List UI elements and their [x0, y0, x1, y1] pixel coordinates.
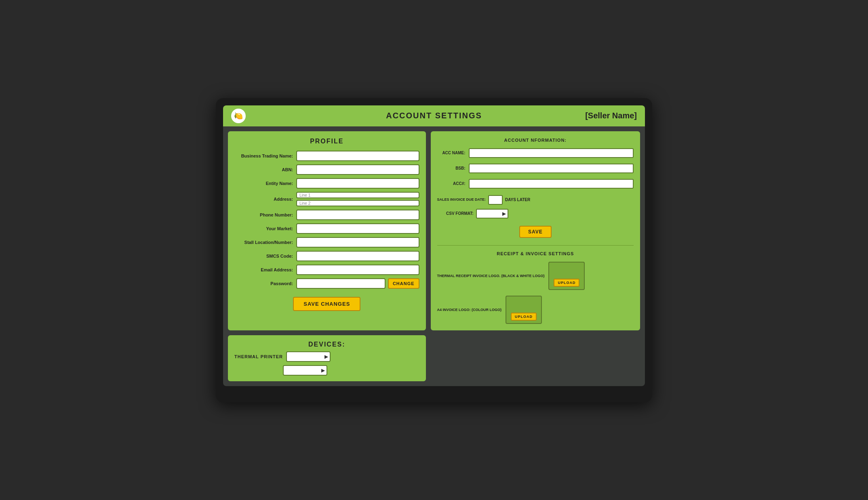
account-info-title: ACCOUNT NFORMATION: — [437, 138, 634, 143]
devices-title: DEVICES: — [234, 341, 419, 348]
thermal-printer-label: THERMAL PRINTER — [234, 354, 283, 359]
phone-input[interactable] — [296, 210, 419, 220]
bsb-row: BSB: — [437, 164, 634, 173]
acc-name-input[interactable] — [469, 148, 634, 158]
a4-upload-button[interactable]: UPLOAD — [511, 313, 537, 321]
thermal-printer-row: THERMAL PRINTER ▶ — [234, 351, 419, 362]
entity-name-row: Entity Name: — [234, 178, 419, 189]
acc-name-row: ACC NAME: — [437, 148, 634, 158]
header: 🍋 ACCOUNT SETTINGS [Seller Name] — [223, 105, 645, 126]
password-input[interactable] — [296, 278, 386, 289]
profile-panel: PROFILE Business Trading Name: ABN: Enti… — [228, 131, 426, 330]
seller-name: [Seller Name] — [585, 111, 637, 120]
market-input[interactable] — [296, 223, 419, 234]
device-select-2[interactable]: ▶ — [283, 365, 327, 376]
market-row: Your Market: — [234, 223, 419, 234]
bsb-input[interactable] — [469, 164, 634, 173]
bottom-row: DEVICES: THERMAL PRINTER ▶ ▶ — [223, 335, 645, 386]
laptop-frame: 🍋 ACCOUNT SETTINGS [Seller Name] PROFILE… — [216, 98, 652, 402]
thermal-printer-select[interactable]: ▶ — [286, 351, 331, 362]
thermal-receipt-row: THERMAL RECEIPT INVOICE LOGO. (BLACK & W… — [437, 262, 634, 290]
entity-name-label: Entity Name: — [234, 181, 293, 186]
csv-label: CSV FORMAT: — [437, 211, 474, 216]
divider — [437, 245, 634, 246]
profile-title: PROFILE — [234, 138, 419, 145]
address-group — [296, 192, 419, 206]
abn-input[interactable] — [296, 164, 419, 175]
business-name-label: Business Trading Name: — [234, 153, 293, 158]
address-line2-input[interactable] — [296, 200, 419, 206]
save-account-button[interactable]: SAVE — [519, 226, 552, 238]
acc-number-label: ACC#: — [437, 181, 466, 186]
save-changes-button[interactable]: SAVE CHANGES — [293, 297, 360, 311]
abn-label: ABN: — [234, 167, 293, 172]
devices-section: DEVICES: THERMAL PRINTER ▶ ▶ — [228, 335, 426, 381]
thermal-receipt-label: THERMAL RECEIPT INVOICE LOGO. (BLACK & W… — [437, 262, 545, 279]
days-later-label: DAYS LATER — [505, 197, 530, 202]
acc-number-row: ACC#: — [437, 179, 634, 189]
device-row-2: ▶ — [234, 365, 419, 376]
email-label: Email Address: — [234, 267, 293, 272]
password-group: CHANGE — [296, 278, 419, 289]
acc-name-label: ACC NAME: — [437, 151, 466, 155]
smcs-label: SMCS Code: — [234, 254, 293, 258]
address-row: Address: — [234, 192, 419, 206]
csv-arrow-icon: ▶ — [502, 211, 506, 216]
thermal-printer-arrow-icon: ▶ — [324, 354, 328, 359]
a4-invoice-upload-box: UPLOAD — [506, 296, 542, 324]
smcs-row: SMCS Code: — [234, 251, 419, 261]
abn-row: ABN: — [234, 164, 419, 175]
page-title: ACCOUNT SETTINGS — [386, 111, 482, 120]
acc-number-input[interactable] — [469, 179, 634, 189]
stall-input[interactable] — [296, 237, 419, 248]
business-name-input[interactable] — [296, 151, 419, 161]
thermal-upload-button[interactable]: UPLOAD — [554, 279, 579, 287]
csv-row: CSV FORMAT: ▶ — [437, 209, 634, 218]
phone-label: Phone Number: — [234, 212, 293, 217]
phone-row: Phone Number: — [234, 210, 419, 220]
market-label: Your Market: — [234, 226, 293, 231]
devices-panel: DEVICES: THERMAL PRINTER ▶ ▶ — [228, 335, 426, 381]
password-row: Password: CHANGE — [234, 278, 419, 289]
change-button[interactable]: CHANGE — [388, 278, 419, 289]
stall-label: Stall Location/Number: — [234, 240, 293, 245]
device2-arrow-icon: ▶ — [321, 368, 325, 373]
email-row: Email Address: — [234, 265, 419, 275]
receipt-section-title: RECEIPT & INVOICE SETTINGS — [437, 251, 634, 256]
smcs-input[interactable] — [296, 251, 419, 261]
invoice-due-row: SALES INVOICE DUE DATE: DAYS LATER — [437, 195, 634, 205]
days-input[interactable] — [488, 195, 503, 205]
account-info-panel: ACCOUNT NFORMATION: ACC NAME: BSB: ACC#: — [431, 131, 640, 330]
entity-name-input[interactable] — [296, 178, 419, 189]
app-container: 🍋 ACCOUNT SETTINGS [Seller Name] PROFILE… — [223, 105, 645, 386]
email-input[interactable] — [296, 265, 419, 275]
app-logo: 🍋 — [231, 109, 246, 123]
main-content: PROFILE Business Trading Name: ABN: Enti… — [223, 126, 645, 335]
password-label: Password: — [234, 281, 293, 286]
business-name-row: Business Trading Name: — [234, 151, 419, 161]
csv-select[interactable]: ▶ — [476, 209, 508, 218]
invoice-due-label: SALES INVOICE DUE DATE: — [437, 197, 486, 202]
a4-invoice-row: A4 INVOICE LOGO: (COLOUR LOGO) UPLOAD — [437, 296, 634, 324]
thermal-receipt-upload-box: UPLOAD — [548, 262, 585, 290]
a4-invoice-label: A4 INVOICE LOGO: (COLOUR LOGO) — [437, 296, 502, 313]
bsb-label: BSB: — [437, 166, 466, 170]
logo-icon: 🍋 — [234, 111, 243, 120]
stall-row: Stall Location/Number: — [234, 237, 419, 248]
address-line1-input[interactable] — [296, 192, 419, 198]
address-label: Address: — [234, 197, 293, 202]
laptop-screen: 🍋 ACCOUNT SETTINGS [Seller Name] PROFILE… — [223, 105, 645, 386]
